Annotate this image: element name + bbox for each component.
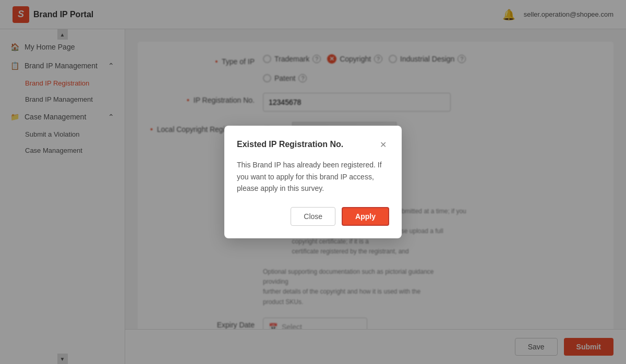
- modal-dialog: Existed IP Registration No. ✕ This Brand…: [224, 126, 402, 238]
- modal-body: This Brand IP has already been registere…: [237, 159, 389, 194]
- modal-footer: Close Apply: [237, 207, 389, 226]
- modal-title: Existed IP Registration No.: [237, 140, 343, 149]
- modal-overlay[interactable]: Existed IP Registration No. ✕ This Brand…: [0, 0, 626, 364]
- modal-apply-button[interactable]: Apply: [342, 207, 389, 226]
- modal-header: Existed IP Registration No. ✕: [237, 138, 389, 151]
- modal-close-button[interactable]: Close: [291, 207, 335, 226]
- modal-close-x-button[interactable]: ✕: [377, 138, 389, 151]
